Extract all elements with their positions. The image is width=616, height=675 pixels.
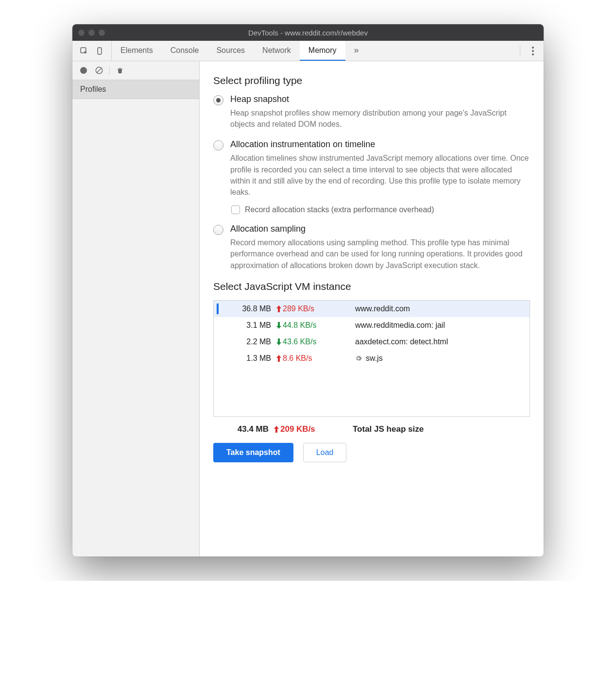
gear-icon: [355, 355, 362, 362]
total-rate: 209 KB/s: [274, 424, 339, 434]
svg-point-4: [532, 53, 534, 55]
vm-url: aaxdetect.com: detect.html: [342, 338, 525, 346]
vm-url: sw.js: [342, 354, 525, 363]
selection-indicator: [217, 353, 219, 364]
vm-rate-value: 44.8 KB/s: [283, 321, 316, 330]
memory-panel: Select profiling type Heap snapshot Heap…: [200, 61, 544, 557]
option-desc: Record memory allocations using sampling…: [230, 237, 530, 271]
vm-url-text: aaxdetect.com: detect.html: [355, 338, 448, 346]
option-title: Allocation instrumentation on timeline: [230, 139, 530, 150]
vm-rate: 289 KB/s: [276, 304, 342, 313]
window-title: DevTools - www.reddit.com/r/webdev: [72, 29, 544, 37]
tabbar-left-tools: [72, 41, 112, 61]
vm-size: 1.3 MB: [222, 354, 276, 363]
tabbar-right: [514, 46, 544, 56]
vm-size: 36.8 MB: [222, 304, 276, 313]
clear-icon[interactable]: [94, 65, 104, 76]
kebab-menu-icon[interactable]: [528, 46, 538, 56]
panel-tabs: Elements Console Sources Network Memory …: [112, 41, 368, 61]
vm-rate: 8.6 KB/s: [276, 354, 342, 363]
vm-url: www.redditmedia.com: jail: [342, 321, 525, 330]
vm-instance-row[interactable]: 2.2 MB43.6 KB/saaxdetect.com: detect.htm…: [214, 334, 530, 350]
selection-indicator: [217, 337, 219, 347]
panel-body: Profiles Select profiling type Heap snap…: [72, 61, 544, 557]
tab-console[interactable]: Console: [162, 41, 208, 61]
vm-instance-list: 36.8 MB289 KB/swww.reddit.com3.1 MB44.8 …: [213, 300, 530, 417]
option-title: Allocation sampling: [230, 224, 530, 234]
vm-rate: 44.8 KB/s: [276, 321, 342, 330]
toggle-device-icon[interactable]: [95, 46, 104, 56]
svg-line-7: [97, 68, 102, 73]
vm-totals-row: 43.4 MB 209 KB/s Total JS heap size: [213, 417, 530, 443]
devtools-tabbar: Elements Console Sources Network Memory …: [72, 41, 544, 61]
tab-network[interactable]: Network: [254, 41, 300, 61]
total-rate-value: 209 KB/s: [280, 424, 315, 434]
profiles-sidebar: Profiles: [72, 61, 200, 557]
vm-rate-value: 43.6 KB/s: [283, 338, 316, 346]
vm-url-text: sw.js: [366, 354, 383, 363]
load-button[interactable]: Load: [303, 443, 347, 462]
arrow-down-icon: [276, 322, 282, 329]
svg-point-3: [532, 50, 534, 52]
devtools-window: DevTools - www.reddit.com/r/webdev Eleme…: [72, 24, 544, 557]
svg-point-2: [532, 47, 534, 49]
inspect-element-icon[interactable]: [79, 46, 89, 56]
vm-rate: 43.6 KB/s: [276, 338, 342, 346]
total-size: 43.4 MB: [222, 424, 274, 434]
svg-rect-1: [98, 48, 102, 54]
vm-url-text: www.reddit.com: [355, 304, 410, 313]
radio-heap-snapshot[interactable]: [213, 95, 223, 105]
radio-allocation-sampling[interactable]: [213, 225, 223, 235]
action-buttons: Take snapshot Load: [213, 443, 530, 462]
vm-url: www.reddit.com: [342, 304, 525, 313]
titlebar: DevTools - www.reddit.com/r/webdev: [72, 24, 544, 41]
take-snapshot-button[interactable]: Take snapshot: [213, 443, 293, 462]
option-allocation-sampling[interactable]: Allocation sampling Record memory alloca…: [213, 224, 530, 271]
divider: [109, 66, 110, 75]
checkbox-record-stacks[interactable]: [231, 205, 240, 214]
svg-point-5: [80, 67, 87, 74]
vm-instance-row[interactable]: 3.1 MB44.8 KB/swww.redditmedia.com: jail: [214, 317, 530, 334]
tab-more[interactable]: »: [345, 41, 368, 61]
arrow-up-icon: [276, 355, 282, 362]
selection-indicator: [217, 304, 219, 314]
radio-allocation-timeline[interactable]: [213, 140, 223, 151]
divider: [520, 46, 520, 56]
record-stacks-subopt[interactable]: Record allocation stacks (extra performa…: [231, 205, 530, 214]
option-allocation-timeline[interactable]: Allocation instrumentation on timeline A…: [213, 139, 530, 214]
option-desc: Allocation timelines show instrumented J…: [230, 152, 530, 198]
arrow-up-icon: [276, 305, 282, 312]
record-icon[interactable]: [78, 65, 89, 76]
vm-rate-value: 8.6 KB/s: [283, 354, 312, 363]
tab-elements[interactable]: Elements: [112, 41, 162, 61]
vm-size: 3.1 MB: [222, 321, 276, 330]
heading-profiling-type: Select profiling type: [213, 75, 530, 86]
vm-instance-row[interactable]: 1.3 MB8.6 KB/ssw.js: [214, 350, 530, 367]
vm-rate-value: 289 KB/s: [283, 304, 314, 313]
arrow-up-icon: [274, 426, 279, 433]
vm-url-text: www.redditmedia.com: jail: [355, 321, 445, 330]
sidebar-section-profiles[interactable]: Profiles: [72, 80, 199, 99]
option-title: Heap snapshot: [230, 94, 530, 104]
arrow-down-icon: [276, 338, 282, 345]
vm-size: 2.2 MB: [222, 338, 276, 346]
tab-sources[interactable]: Sources: [207, 41, 254, 61]
sidebar-toolbar: [72, 61, 199, 80]
tab-memory[interactable]: Memory: [300, 41, 345, 61]
total-label: Total JS heap size: [339, 424, 525, 434]
vm-instance-row[interactable]: 36.8 MB289 KB/swww.reddit.com: [214, 301, 530, 317]
option-desc: Heap snapshot profiles show memory distr…: [230, 107, 530, 130]
selection-indicator: [217, 320, 219, 331]
record-stacks-label: Record allocation stacks (extra performa…: [245, 205, 434, 214]
option-heap-snapshot[interactable]: Heap snapshot Heap snapshot profiles sho…: [213, 94, 530, 130]
trash-icon[interactable]: [115, 65, 125, 76]
heading-vm-instance: Select JavaScript VM instance: [213, 281, 530, 292]
